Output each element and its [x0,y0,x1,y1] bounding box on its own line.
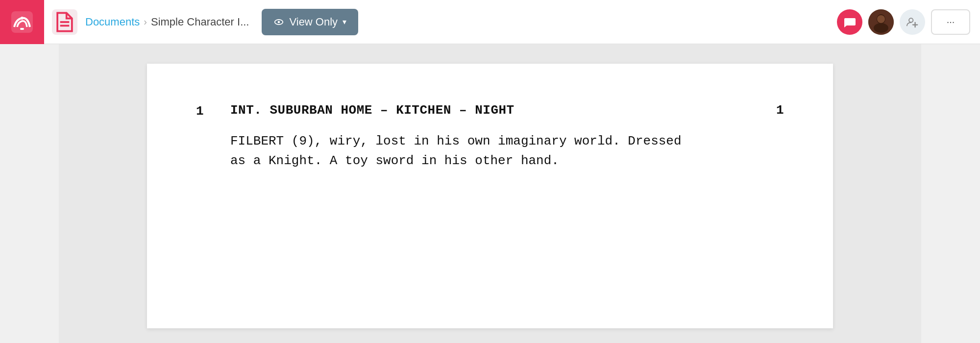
action-line-2: as a Knight. A toy sword in his other ha… [230,151,784,171]
action-line-1: FILBERT (9), wiry, lost in his own imagi… [230,131,784,151]
doc-icon-button[interactable] [52,9,77,35]
view-only-label: View Only [289,16,338,28]
action-text: FILBERT (9), wiry, lost in his own imagi… [230,131,784,171]
view-only-button[interactable]: View Only ▾ [262,9,358,35]
topbar: Documents › Simple Character I... View O… [0,0,980,44]
eye-icon [273,17,284,27]
scene-heading-text: INT. SUBURBAN HOME – KITCHEN – NIGHT [230,103,514,118]
add-collaborator-button[interactable] [900,9,925,35]
more-options-button[interactable]: ··· [931,9,970,35]
svg-rect-2 [20,28,24,30]
scene-number-right: 1 [776,103,784,118]
avatar-chat[interactable] [837,9,862,35]
main-area: 1 INT. SUBURBAN HOME – KITCHEN – NIGHT 1… [0,44,980,343]
svg-point-11 [909,18,913,22]
breadcrumb-documents[interactable]: Documents [85,16,140,28]
scene-content: INT. SUBURBAN HOME – KITCHEN – NIGHT 1 F… [230,103,784,171]
chevron-down-icon: ▾ [343,17,346,26]
app-logo [0,0,44,44]
document-page: 1 INT. SUBURBAN HOME – KITCHEN – NIGHT 1… [147,64,833,328]
avatar-user[interactable] [868,9,894,35]
right-sidebar [921,44,980,343]
svg-point-6 [278,21,280,23]
svg-point-1 [21,17,24,20]
scene-number-left: 1 [196,103,211,171]
topbar-right: ··· [837,9,970,35]
breadcrumb-doc-title: Simple Character I... [151,16,249,28]
scene-block: 1 INT. SUBURBAN HOME – KITCHEN – NIGHT 1… [196,103,784,171]
svg-point-10 [877,15,885,23]
svg-point-9 [874,23,888,33]
scene-heading: INT. SUBURBAN HOME – KITCHEN – NIGHT 1 [230,103,784,118]
breadcrumb-separator: › [144,16,147,27]
breadcrumb: Documents › Simple Character I... [85,16,249,28]
left-sidebar [0,44,59,343]
document-area: 1 INT. SUBURBAN HOME – KITCHEN – NIGHT 1… [59,44,921,343]
more-options-dots: ··· [947,16,955,27]
